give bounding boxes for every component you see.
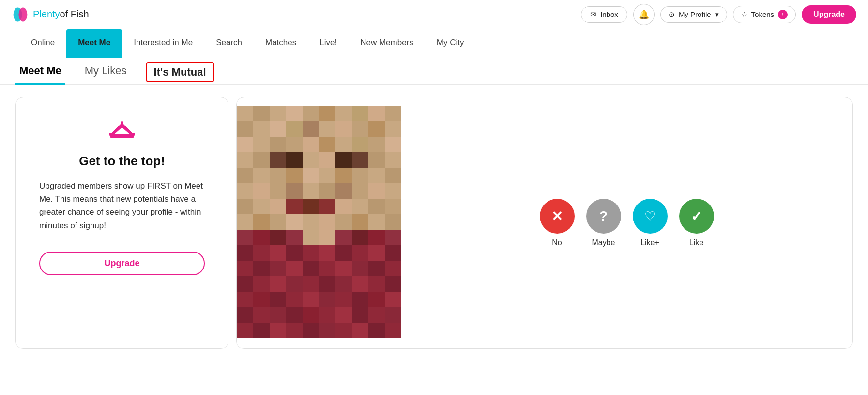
svg-rect-95 — [368, 230, 385, 245]
svg-rect-133 — [335, 292, 352, 307]
svg-rect-115 — [368, 261, 385, 276]
no-circle: ✕ — [540, 199, 575, 234]
svg-rect-38 — [253, 152, 270, 168]
promo-card: Get to the top! Upgraded members show up… — [15, 97, 228, 349]
svg-rect-53 — [335, 168, 352, 183]
svg-rect-52 — [319, 168, 335, 183]
svg-rect-121 — [303, 276, 319, 292]
svg-rect-39 — [270, 152, 286, 168]
logo[interactable]: Plentyof Fish — [12, 6, 89, 23]
no-label: No — [552, 238, 562, 247]
tab-meetme[interactable]: Meet Me — [15, 58, 65, 85]
svg-rect-32 — [319, 137, 335, 152]
my-profile-button[interactable]: ⊙ My Profile ▾ — [660, 6, 727, 23]
svg-rect-118 — [253, 276, 270, 292]
like-icon: ✓ — [691, 208, 702, 224]
svg-rect-47 — [237, 168, 253, 183]
no-icon: ✕ — [551, 208, 563, 224]
tab-my-likes[interactable]: My Likes — [81, 58, 131, 85]
svg-rect-50 — [286, 168, 303, 183]
svg-rect-11 — [303, 106, 319, 121]
svg-rect-130 — [286, 292, 303, 307]
svg-rect-110 — [286, 261, 303, 276]
svg-rect-43 — [335, 152, 352, 168]
logo-icon — [12, 6, 29, 23]
nav-item-live[interactable]: Live! — [308, 29, 349, 58]
tab-its-mutual[interactable]: It's Mutual — [146, 62, 214, 82]
svg-rect-24 — [352, 121, 368, 137]
svg-rect-96 — [385, 230, 401, 245]
svg-rect-34 — [352, 137, 368, 152]
promo-title: Get to the top! — [79, 154, 165, 169]
nav-item-meetme[interactable]: Meet Me — [66, 29, 122, 58]
svg-rect-111 — [303, 261, 319, 276]
svg-rect-48 — [253, 168, 270, 183]
maybe-circle: ? — [586, 199, 621, 234]
nav-item-interested[interactable]: Interested in Me — [122, 29, 204, 58]
svg-rect-59 — [270, 183, 286, 199]
svg-rect-150 — [286, 323, 303, 338]
svg-rect-76 — [385, 199, 401, 214]
svg-rect-86 — [385, 214, 401, 230]
svg-rect-33 — [335, 137, 352, 152]
svg-rect-122 — [319, 276, 335, 292]
notifications-button[interactable]: 🔔 — [633, 4, 655, 25]
nav-item-search[interactable]: Search — [204, 29, 254, 58]
svg-rect-46 — [385, 152, 401, 168]
svg-rect-29 — [270, 137, 286, 152]
svg-rect-87 — [237, 230, 253, 245]
svg-rect-12 — [319, 106, 335, 121]
svg-rect-129 — [270, 292, 286, 307]
nav-item-new-members[interactable]: New Members — [349, 29, 425, 58]
upgrade-button[interactable]: Upgrade — [802, 5, 856, 24]
nav-item-my-city[interactable]: My City — [425, 29, 476, 58]
nav-item-online[interactable]: Online — [19, 29, 66, 58]
likeplus-button[interactable]: ♡ Like+ — [633, 199, 668, 247]
svg-rect-91 — [303, 230, 319, 245]
like-button[interactable]: ✓ Like — [679, 199, 714, 247]
svg-rect-31 — [303, 137, 319, 152]
svg-rect-99 — [270, 245, 286, 261]
svg-rect-67 — [237, 199, 253, 214]
svg-rect-142 — [319, 307, 335, 323]
svg-rect-16 — [385, 106, 401, 121]
maybe-button[interactable]: ? Maybe — [586, 199, 621, 247]
svg-rect-58 — [253, 183, 270, 199]
svg-rect-36 — [385, 137, 401, 152]
svg-rect-100 — [286, 245, 303, 261]
svg-rect-3 — [110, 134, 134, 138]
svg-rect-85 — [368, 214, 385, 230]
svg-rect-126 — [385, 276, 401, 292]
nav-item-matches[interactable]: Matches — [254, 29, 308, 58]
svg-rect-104 — [352, 245, 368, 261]
svg-rect-84 — [352, 214, 368, 230]
svg-rect-49 — [270, 168, 286, 183]
svg-rect-54 — [352, 168, 368, 183]
no-button[interactable]: ✕ No — [540, 199, 575, 247]
svg-rect-77 — [237, 214, 253, 230]
header-actions: ✉ Inbox 🔔 ⊙ My Profile ▾ ☆ Tokens ! Upgr… — [581, 4, 856, 25]
svg-rect-128 — [253, 292, 270, 307]
svg-rect-98 — [253, 245, 270, 261]
svg-rect-106 — [385, 245, 401, 261]
inbox-button[interactable]: ✉ Inbox — [581, 6, 627, 23]
svg-rect-28 — [253, 137, 270, 152]
svg-rect-145 — [368, 307, 385, 323]
svg-rect-105 — [368, 245, 385, 261]
profile-photo-svg — [237, 106, 401, 338]
tokens-button[interactable]: ☆ Tokens ! — [733, 6, 796, 23]
svg-rect-139 — [270, 307, 286, 323]
svg-rect-107 — [237, 261, 253, 276]
svg-rect-55 — [368, 168, 385, 183]
bell-icon: 🔔 — [639, 9, 649, 20]
profile-actions-area: ✕ No ? Maybe ♡ Like+ — [401, 179, 852, 267]
svg-rect-66 — [385, 183, 401, 199]
svg-rect-154 — [352, 323, 368, 338]
svg-rect-8 — [253, 106, 270, 121]
svg-rect-68 — [253, 199, 270, 214]
svg-rect-41 — [303, 152, 319, 168]
svg-rect-81 — [303, 214, 319, 230]
profile-card: ✕ No ? Maybe ♡ Like+ — [236, 97, 853, 349]
promo-upgrade-button[interactable]: Upgrade — [39, 252, 205, 275]
crown-icon — [108, 121, 136, 145]
